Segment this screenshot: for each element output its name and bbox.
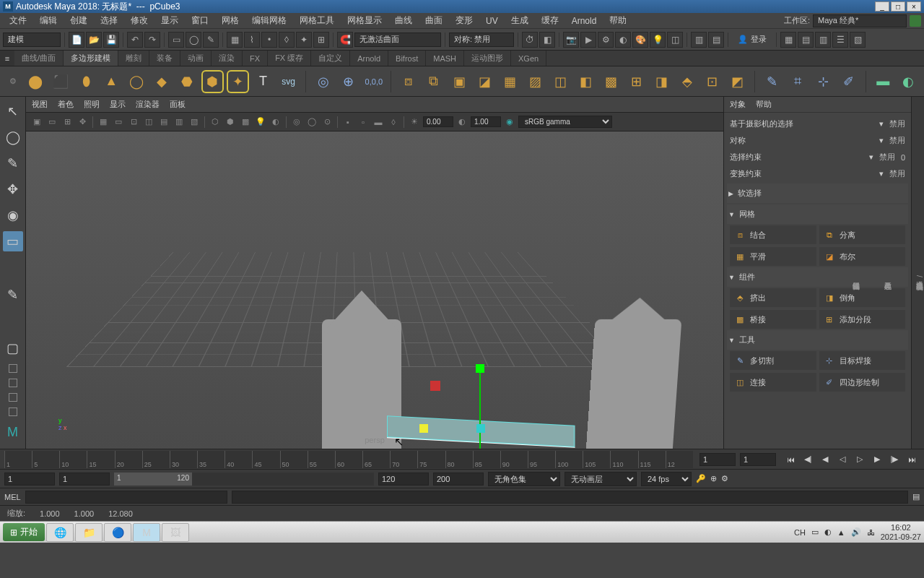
menu-windows[interactable]: 窗口 (185, 12, 215, 29)
play-backward-button[interactable]: ◁ (834, 452, 850, 467)
snap-point-button[interactable]: • (261, 32, 277, 48)
view-multisample-button[interactable]: ▬ (372, 116, 385, 129)
range-slider-track[interactable]: 1 120 (114, 473, 374, 486)
layout-grid-b[interactable] (9, 379, 17, 387)
pivot-button[interactable]: ⊕ (337, 70, 359, 93)
combine-button[interactable]: ⧈结合 (730, 225, 816, 244)
snap-grid-button[interactable]: ▦ (227, 32, 243, 48)
scale-tool[interactable]: ▭ (3, 231, 23, 251)
extrude-button[interactable]: ⬘ (676, 70, 698, 93)
set-key-button[interactable]: ⊕ (710, 474, 717, 483)
scale-plane-yz[interactable] (476, 424, 485, 433)
play-forward-button[interactable]: ▷ (852, 452, 868, 467)
go-to-start-button[interactable]: ⏮ (783, 452, 798, 467)
shelf-tab-rigging[interactable]: 装备 (149, 51, 180, 66)
paint-select-button[interactable]: ✎ (203, 32, 219, 48)
extrude-button[interactable]: ⬘挤出 (730, 288, 816, 307)
tray-network-icon[interactable]: 🖧 (867, 528, 875, 537)
poly-svg-button[interactable]: svg (277, 70, 300, 93)
multicut-tool-button[interactable]: ✎多切割 (730, 351, 816, 370)
view-exposure-icon[interactable]: ☀ (408, 116, 421, 129)
live-surface-selector[interactable]: 无激活曲面 (354, 33, 441, 47)
login-button[interactable]: 👤 登录 (732, 33, 772, 46)
quad-draw-tool-button[interactable]: ✐四边形绘制 (819, 373, 906, 392)
view-menu-lighting[interactable]: 照明 (84, 99, 100, 110)
render-settings-button[interactable]: ⚙ (598, 32, 614, 48)
layout-single[interactable]: ▢ (3, 338, 23, 358)
taskbar-ie-icon[interactable]: 🌐 (46, 523, 74, 542)
menu-editmesh[interactable]: 编辑网格 (245, 12, 293, 29)
menu-uv[interactable]: UV (479, 14, 505, 28)
symmetry-value[interactable]: 禁用 (889, 135, 905, 146)
menu-arnold[interactable]: Arnold (565, 14, 603, 28)
hypershade-button[interactable]: ◐ (615, 32, 631, 48)
taskbar-maya-icon[interactable]: M (133, 523, 160, 542)
sculpt-button[interactable]: ▬ (872, 70, 894, 93)
minimize-button[interactable]: _ (875, 1, 889, 12)
select-mode-button[interactable]: ▭ (168, 32, 184, 48)
layout-grid-d[interactable] (9, 407, 17, 416)
shelf-tab-fxcache[interactable]: FX 缓存 (268, 51, 311, 66)
view-xray-button[interactable]: ◯ (305, 116, 318, 129)
render-view-button[interactable]: 🎨 (632, 32, 648, 48)
view-menu-view[interactable]: 视图 (32, 99, 48, 110)
viewport[interactable]: ↖ y z x persp (26, 131, 723, 449)
quad-draw-button[interactable]: ✐ (837, 70, 860, 93)
toggle-panel-b-button[interactable]: ▤ (708, 32, 724, 48)
workspace-selector[interactable] (813, 14, 907, 27)
rotate-tool[interactable]: ◉ (3, 205, 23, 225)
bevel-button[interactable]: ◨倒角 (819, 288, 906, 307)
view-motion-blur-button[interactable]: ▫ (357, 116, 370, 129)
shelf-tab-fx[interactable]: FX (243, 51, 268, 66)
tray-icon-1[interactable]: ▭ (811, 527, 819, 537)
close-button[interactable]: × (907, 1, 921, 12)
poly-torus-button[interactable]: ◯ (126, 70, 148, 93)
view-colorspace-selector[interactable]: sRGB gamma (518, 116, 612, 128)
side-tab-channelbox[interactable]: 通道盒/层编辑器 (914, 275, 924, 277)
combine-button[interactable]: ⧈ (397, 70, 419, 93)
view-shaded-button[interactable]: ⬢ (224, 116, 237, 129)
cv-button[interactable]: 0,0,0 (362, 70, 385, 93)
shelf-toggle-button[interactable]: ≡ (0, 51, 14, 66)
view-colorspace-icon[interactable]: ◉ (503, 116, 516, 129)
lasso-button[interactable]: ◯ (186, 32, 201, 48)
scale-uniform-handle[interactable] (419, 424, 428, 433)
menu-select[interactable]: 选择 (94, 12, 124, 29)
script-editor-button[interactable]: ▤ (912, 492, 920, 501)
character-set-selector[interactable]: 无角色集 (488, 472, 560, 486)
auto-key-button[interactable]: 🔑 (696, 474, 706, 483)
mesh-section-header[interactable]: ▼网格 (727, 204, 908, 224)
mesh-object-2[interactable] (583, 319, 682, 449)
soft-select-button[interactable]: ◎ (312, 70, 334, 93)
menu-modify[interactable]: 修改 (124, 12, 154, 29)
layout-grid-c[interactable] (9, 393, 17, 402)
fps-selector[interactable]: 24 fps (641, 472, 692, 486)
crease-button[interactable]: ◐ (897, 70, 920, 93)
view-safe-action-button[interactable]: ▥ (173, 116, 186, 129)
separate-button[interactable]: ⧉分离 (819, 225, 906, 244)
view-wireframe-button[interactable]: ⬡ (209, 116, 222, 129)
boolean-button[interactable]: ◪ (474, 70, 496, 93)
view-cam-select-button[interactable]: ▣ (30, 116, 43, 129)
new-scene-button[interactable]: 📄 (69, 32, 84, 48)
view-dof-button[interactable]: ◊ (387, 116, 400, 129)
save-scene-button[interactable]: 💾 (103, 32, 119, 48)
shelf-tab-motion[interactable]: 运动图形 (464, 51, 511, 66)
shelf-tab-poly[interactable]: 多边形建模 (64, 51, 118, 66)
redo-button[interactable]: ↷ (144, 32, 160, 48)
shelf-tab-mash[interactable]: MASH (426, 51, 464, 66)
move-tool[interactable]: ✥ (3, 179, 23, 199)
command-input[interactable] (25, 491, 227, 504)
select-constraint-value[interactable]: 禁用 (879, 152, 895, 163)
smooth-button[interactable]: ▦平滑 (730, 247, 816, 266)
scale-plane-xz[interactable] (430, 381, 440, 391)
taskbar-image-icon[interactable]: 🖼 (162, 523, 189, 542)
shelf-tab-bifrost[interactable]: Bifrost (388, 51, 426, 66)
view-resolution-gate-button[interactable]: ⊡ (127, 116, 140, 129)
anim-end-input[interactable] (433, 473, 484, 486)
target-weld-button[interactable]: ◩ (726, 70, 749, 93)
menu-help[interactable]: 帮助 (603, 12, 633, 29)
transform-constraint-value[interactable]: 禁用 (889, 168, 905, 179)
time-slider-track[interactable]: 1510152025303540455055606570758085909510… (4, 451, 693, 468)
layout-button-5[interactable]: ▧ (850, 32, 866, 48)
